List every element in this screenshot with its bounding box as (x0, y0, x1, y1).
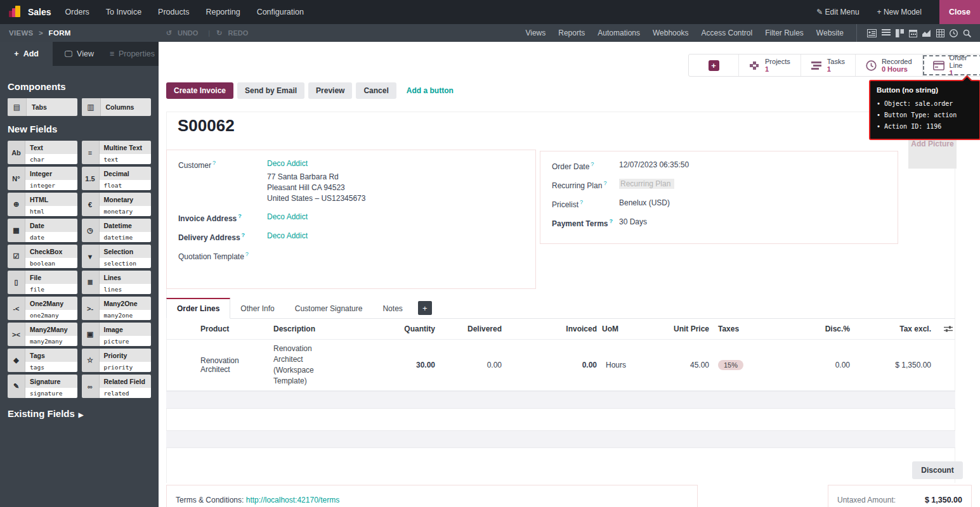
field-lines[interactable]: ≣Lineslines (82, 271, 152, 294)
field-checkbox[interactable]: ☑CheckBoxboolean (8, 245, 77, 268)
field-html[interactable]: ⊕HTMLhtml (8, 193, 77, 216)
col-invoiced[interactable]: Invoiced (504, 319, 599, 340)
cell-delivered[interactable]: 0.00 (438, 340, 504, 391)
field-priority[interactable]: ☆Prioritypriority (82, 349, 152, 372)
cell-uom[interactable]: Hours (599, 340, 639, 391)
add-smart-button[interactable]: + (689, 55, 738, 76)
form-view-icon[interactable] (867, 29, 877, 37)
recurring-plan-placeholder[interactable]: Recurring Plan (619, 179, 674, 189)
terms-link[interactable]: http://localhost:42170/terms (246, 496, 339, 504)
tab-access-control[interactable]: Access Control (701, 29, 752, 37)
component-tabs[interactable]: ▤Tabs (8, 98, 77, 116)
field-date[interactable]: ▦Datedate (8, 219, 77, 242)
tab-webhooks[interactable]: Webhooks (653, 29, 688, 37)
field-integer[interactable]: N°Integerinteger (8, 167, 77, 190)
menu-reporting[interactable]: Reporting (206, 8, 240, 16)
breadcrumb-views[interactable]: VIEWS (9, 29, 34, 37)
field-monetary[interactable]: €Monetarymonetary (82, 193, 152, 216)
field-selection[interactable]: ▼Selectionselection (82, 245, 152, 268)
menu-products[interactable]: Products (158, 8, 189, 16)
field-datetime[interactable]: ◷Datetimedatetime (82, 219, 152, 242)
graph-view-icon[interactable] (922, 29, 931, 37)
delivery-address-value[interactable]: Deco Addict (267, 231, 308, 240)
cell-disc[interactable]: 0.00 (770, 340, 853, 391)
optional-columns-icon[interactable] (934, 319, 955, 340)
existing-fields-toggle[interactable]: Existing Fields▶ (8, 408, 151, 419)
cell-description[interactable]: Renovation Architect (Workspace Template… (271, 340, 377, 391)
smart-button-recorded[interactable]: Recorded0 Hours (855, 55, 922, 76)
add-picture-button[interactable]: Add Picture (908, 136, 957, 169)
payment-terms-value[interactable]: 30 Days (619, 217, 647, 228)
field-decimal[interactable]: 1.5Decimalfloat (82, 167, 152, 190)
smart-button-order-line[interactable]: Order Line1 (922, 55, 980, 76)
field-many2one[interactable]: >-Many2Onemany2one (82, 297, 152, 320)
field-multiline-text[interactable]: ≡Multine Texttext (82, 141, 152, 164)
col-uom[interactable]: UoM (599, 319, 639, 340)
empty-line-row[interactable] (166, 409, 955, 430)
tab-order-lines[interactable]: Order Lines (166, 298, 230, 319)
new-model-button[interactable]: + New Model (877, 8, 922, 16)
tab-filter-rules[interactable]: Filter Rules (765, 29, 804, 37)
col-unit-price[interactable]: Unit Price (639, 319, 712, 340)
undo-button[interactable]: ↺ UNDO (166, 29, 202, 37)
search-view-icon[interactable] (963, 29, 971, 37)
kanban-view-icon[interactable] (896, 29, 904, 37)
field-file[interactable]: ▯Filefile (8, 271, 77, 294)
sidebar-tab-add[interactable]: +Add (0, 42, 53, 66)
col-description[interactable]: Description (271, 319, 377, 340)
col-disc[interactable]: Disc.% (770, 319, 853, 340)
cell-quantity[interactable]: 30.00 (377, 340, 438, 391)
add-a-button-link[interactable]: Add a button (407, 86, 454, 95)
smart-button-projects[interactable]: Projects1 (738, 55, 800, 76)
sidebar-tab-properties[interactable]: ≡Properties (106, 42, 159, 66)
empty-line-row[interactable] (166, 391, 955, 409)
tab-views[interactable]: Views (525, 29, 546, 37)
field-tags[interactable]: ◆Tagstags (8, 349, 77, 372)
col-quantity[interactable]: Quantity (377, 319, 438, 340)
customer-value[interactable]: Deco Addict (267, 159, 365, 168)
pivot-view-icon[interactable] (936, 29, 944, 37)
menu-configuration[interactable]: Configuration (257, 8, 304, 16)
order-date-value[interactable]: 12/07/2023 06:35:50 (619, 160, 689, 171)
field-signature[interactable]: ✎Signaturesignature (8, 375, 77, 398)
cell-invoiced[interactable]: 0.00 (504, 340, 599, 391)
totals-group[interactable]: Untaxed Amount: $ 1,350.00 (828, 485, 972, 507)
empty-line-row[interactable] (166, 430, 955, 448)
field-related[interactable]: ∞Related Fieldrelated (82, 375, 152, 398)
tab-automations[interactable]: Automations (598, 29, 640, 37)
close-studio-button[interactable]: Close (939, 0, 980, 24)
smart-button-tasks[interactable]: Tasks1 (800, 55, 855, 76)
customer-field-group[interactable]: Customer? Deco Addict 77 Santa Barbara R… (166, 150, 536, 289)
create-invoice-button[interactable]: Create Invoice (166, 82, 233, 99)
col-product[interactable]: Product (166, 319, 271, 340)
terms-and-conditions[interactable]: Terms & Conditions: http://localhost:421… (166, 485, 698, 507)
menu-orders[interactable]: Orders (65, 8, 89, 16)
tab-website[interactable]: Website (816, 29, 844, 37)
col-tax-excl[interactable]: Tax excl. (853, 319, 934, 340)
cell-product[interactable]: Renovation Architect (166, 340, 271, 391)
edit-menu-button[interactable]: ✎ Edit Menu (816, 8, 859, 16)
tab-notes[interactable]: Notes (372, 299, 412, 318)
app-name[interactable]: Sales (28, 7, 51, 17)
record-title[interactable]: S00062 (178, 116, 235, 136)
tab-reports[interactable]: Reports (558, 29, 585, 37)
menu-to-invoice[interactable]: To Invoice (106, 8, 141, 16)
list-view-icon[interactable] (882, 29, 891, 37)
order-details-field-group[interactable]: Order Date? 12/07/2023 06:35:50 Recurrin… (540, 151, 898, 244)
order-line-row[interactable]: Renovation Architect Renovation Architec… (166, 340, 955, 391)
tab-customer-signature[interactable]: Customer Signature (285, 299, 373, 318)
sidebar-tab-view[interactable]: 🖵View (53, 42, 105, 66)
send-by-email-button[interactable]: Send by Email (237, 82, 304, 99)
add-tab-button[interactable]: + (418, 301, 432, 315)
cell-tax-excl[interactable]: $ 1,350.00 (853, 340, 934, 391)
col-taxes[interactable]: Taxes (712, 319, 770, 340)
col-delivered[interactable]: Delivered (438, 319, 504, 340)
component-columns[interactable]: ▥Columns (82, 98, 152, 116)
field-image[interactable]: ▣Imagepicture (82, 323, 152, 346)
field-many2many[interactable]: ><Many2Manymany2many (8, 323, 77, 346)
discount-button[interactable]: Discount (912, 461, 963, 479)
cancel-button[interactable]: Cancel (356, 82, 396, 99)
calendar-view-icon[interactable] (909, 29, 917, 37)
tab-other-info[interactable]: Other Info (230, 299, 284, 318)
invoice-address-value[interactable]: Deco Addict (267, 212, 308, 221)
